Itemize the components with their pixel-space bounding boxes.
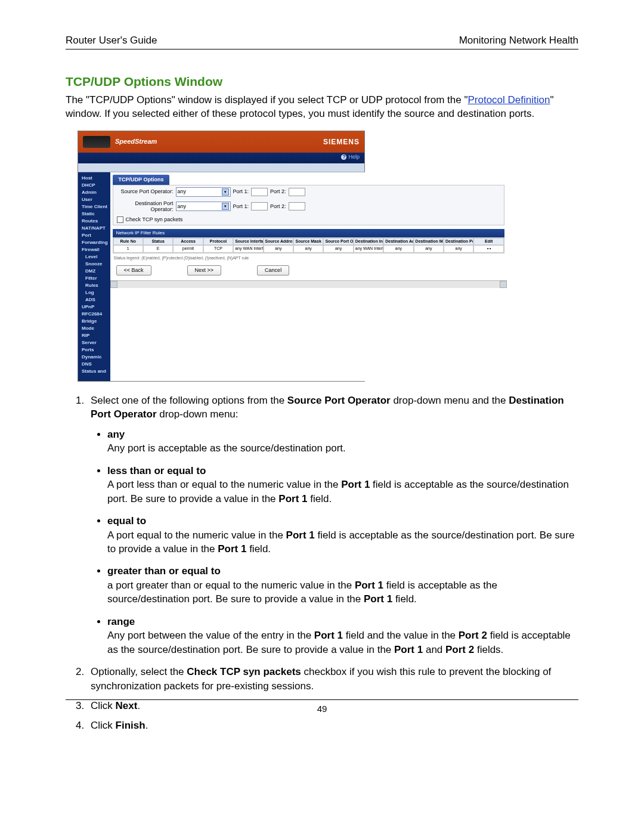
sidebar-item[interactable]: RFC2684: [82, 311, 108, 318]
table-cell: any: [414, 245, 444, 252]
tab-tcpudp-options[interactable]: TCP/UDP Options: [113, 175, 170, 185]
table-header: Status: [143, 238, 173, 245]
src-port1-input[interactable]: [251, 188, 268, 196]
option-desc: A port less than or equal to the numeric…: [107, 478, 578, 506]
option-name: range: [107, 615, 578, 628]
options-list: anyAny port is acceptable as the source/…: [91, 428, 578, 657]
option-item: less than or equal toA port less than or…: [107, 464, 578, 506]
table-header: Protocol: [203, 238, 233, 245]
sidebar-item[interactable]: Admin User: [82, 189, 108, 203]
sidebar-item[interactable]: Bridge Mode: [82, 318, 108, 332]
brand-label: SpeedStream: [115, 138, 157, 145]
filter-rules-banner: Network IP Filter Rules: [113, 229, 504, 237]
sidebar-item[interactable]: Static Routes: [82, 210, 108, 225]
sidebar-item[interactable]: Status and: [82, 368, 108, 375]
option-item: equal toA port equal to the numeric valu…: [107, 514, 578, 556]
sidebar-item[interactable]: Snooze: [85, 261, 108, 268]
step-4: Click Finish.: [87, 719, 578, 732]
steps-list: Select one of the following options from…: [66, 394, 578, 733]
option-item: greater than or equal toa port greater t…: [107, 564, 578, 606]
table-cell: any: [293, 245, 323, 252]
table-header: Edit: [473, 238, 503, 245]
sidebar-item[interactable]: Host: [82, 175, 108, 182]
sidebar-item[interactable]: Port Forwarding: [82, 232, 108, 246]
status-legend: Status legend: (E)nabled, (P)rotected (D…: [110, 255, 507, 262]
sidebar-item[interactable]: Filter Rules: [85, 275, 108, 289]
sidebar-item[interactable]: Level: [85, 253, 108, 261]
option-item: rangeAny port between the value of the e…: [107, 615, 578, 657]
table-header: Source Mask: [293, 238, 323, 245]
table-header: Destination Interface: [354, 238, 383, 245]
table-header: Destination Port Op: [444, 238, 473, 245]
screenshot-tab-strip: [78, 163, 364, 172]
option-name: less than or equal to: [107, 464, 578, 478]
screenshot-sidebar: HostDHCPAdmin UserTime ClientStatic Rout…: [78, 172, 110, 381]
sidebar-item[interactable]: DMZ: [85, 268, 108, 275]
dst-port-select[interactable]: any ▾: [176, 202, 231, 211]
dst-port2-input[interactable]: [289, 202, 305, 210]
screenshot-main: TCP/UDP Options Source Port Operator: an…: [110, 172, 507, 381]
table-cell: any: [444, 245, 473, 252]
table-cell: E: [143, 245, 173, 252]
option-desc: A port equal to the numeric value in the…: [107, 528, 578, 556]
table-cell: any: [264, 245, 293, 252]
protocol-definition-link[interactable]: Protocol Definition: [467, 94, 550, 106]
sidebar-item[interactable]: DHCP: [82, 182, 108, 189]
chevron-down-icon: ▾: [222, 188, 229, 196]
filter-rules-table: Rule NoStatusAccessProtocolSource Interf…: [113, 237, 504, 253]
sidebar-item[interactable]: Server Ports: [82, 339, 108, 354]
sidebar-item[interactable]: Time Client: [82, 203, 108, 210]
dst-port1-input[interactable]: [251, 202, 268, 210]
table-header: Access: [173, 238, 203, 245]
chevron-down-icon: ▾: [222, 203, 229, 210]
screenshot-help-bar: ?Help: [78, 153, 364, 163]
table-header: Source Interface: [233, 238, 263, 245]
src-port-label: Source Port Operator:: [117, 188, 174, 195]
sidebar-item[interactable]: Log: [85, 289, 108, 296]
table-cell: TCP: [203, 245, 233, 252]
sidebar-item[interactable]: UPnP: [82, 304, 108, 311]
option-item: anyAny port is acceptable as the source/…: [107, 428, 578, 456]
dst-port-label: Destination Port Operator:: [117, 200, 174, 213]
option-name: equal to: [107, 514, 578, 528]
router-icon: [83, 136, 110, 148]
help-link[interactable]: Help: [348, 154, 360, 160]
options-panel: Source Port Operator: any ▾ Port 1: Port…: [113, 185, 504, 226]
src-port-select[interactable]: any ▾: [176, 187, 231, 197]
table-cell: ∘∘: [473, 245, 503, 252]
scrollbar[interactable]: [110, 280, 507, 288]
src-port2-input[interactable]: [289, 188, 305, 196]
sidebar-item[interactable]: NAT/NAPT: [82, 225, 108, 232]
sidebar-item[interactable]: Dynamic DNS: [82, 354, 108, 368]
table-header: Destination Mask: [414, 238, 444, 245]
section-title: TCP/UDP Options Window: [66, 75, 578, 89]
cancel-button[interactable]: Cancel: [257, 265, 289, 275]
port2-label: Port 2:: [270, 203, 286, 210]
table-cell: 1: [113, 245, 143, 252]
check-tcp-syn-checkbox[interactable]: [117, 216, 123, 223]
table-cell: any: [323, 245, 353, 252]
siemens-logo: SIEMENS: [323, 138, 360, 146]
page-header: Router User's Guide Monitoring Network H…: [66, 35, 578, 49]
sidebar-item[interactable]: Firewall: [82, 246, 108, 253]
header-left: Router User's Guide: [66, 35, 157, 47]
table-cell: any WAN Interface: [233, 245, 263, 252]
option-desc: a port greater than or equal to the nume…: [107, 578, 578, 606]
document-page: Router User's Guide Monitoring Network H…: [0, 0, 644, 833]
page-number: 49: [317, 704, 327, 714]
option-desc: Any port between the value of the entry …: [107, 628, 578, 657]
step-2: Optionally, select the Check TCP syn pac…: [87, 665, 578, 693]
table-cell: any: [383, 245, 413, 252]
port2-label: Port 2:: [270, 188, 286, 195]
screenshot-tcpudp-options: SpeedStream SIEMENS ?Help HostDHCPAdmin …: [78, 131, 365, 382]
table-cell: any WAN Interface: [354, 245, 383, 252]
help-icon: ?: [341, 154, 346, 160]
option-desc: Any port is acceptable as the source/des…: [107, 441, 578, 455]
next-button[interactable]: Next >>: [187, 265, 222, 275]
back-button[interactable]: << Back: [116, 265, 151, 275]
table-header: Rule No: [113, 238, 143, 245]
sidebar-item[interactable]: ADS: [85, 296, 108, 304]
table-header: Destination Address: [383, 238, 413, 245]
screenshot-titlebar: SpeedStream SIEMENS: [78, 131, 364, 153]
sidebar-item[interactable]: RIP: [82, 332, 108, 339]
